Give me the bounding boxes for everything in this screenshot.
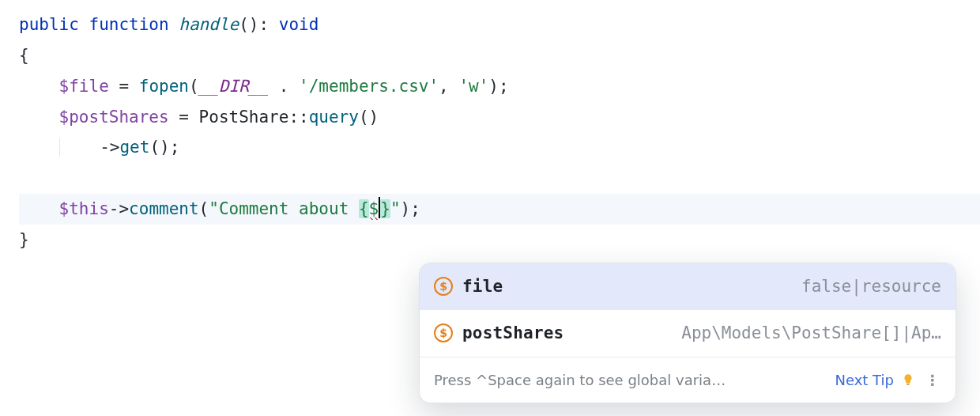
autocomplete-item-type: false|resource bbox=[801, 271, 941, 302]
interpolation-open: { bbox=[359, 199, 369, 218]
variable-icon: $ bbox=[434, 323, 453, 342]
autocomplete-popup: $ file false|resource $ postShares App\M… bbox=[419, 263, 956, 403]
string-literal: "Comment about bbox=[209, 199, 359, 218]
function-call: comment bbox=[129, 199, 199, 218]
magic-constant: __DIR__ bbox=[199, 77, 270, 96]
interpolation-dollar: $ bbox=[369, 199, 379, 220]
more-actions-icon[interactable]: ⋮ bbox=[922, 367, 944, 393]
code-line[interactable]: $file = fopen(__DIR__ . '/members.csv', … bbox=[19, 71, 980, 102]
function-call: query bbox=[309, 108, 359, 127]
bulb-icon[interactable] bbox=[900, 372, 916, 388]
next-tip-link[interactable]: Next Tip bbox=[835, 367, 894, 393]
code-line[interactable] bbox=[19, 163, 980, 194]
code-line[interactable]: ->get(); bbox=[19, 132, 980, 163]
autocomplete-item[interactable]: $ file false|resource bbox=[420, 263, 956, 310]
function-call: get bbox=[119, 138, 149, 157]
variable-icon: $ bbox=[434, 277, 453, 296]
paren: () bbox=[239, 15, 258, 34]
autocomplete-footer: Press ^Space again to see global varia… … bbox=[420, 357, 956, 403]
autocomplete-item[interactable]: $ postShares App\Models\PostShare[]|Ap… bbox=[420, 310, 956, 357]
keyword-function: function bbox=[89, 15, 169, 34]
string-literal: '/members.csv' bbox=[299, 77, 439, 96]
keyword-public: public bbox=[19, 15, 79, 34]
class-name: PostShare bbox=[199, 108, 289, 127]
code-editor[interactable]: public function handle(): void { $file =… bbox=[0, 0, 980, 255]
autocomplete-item-name: file bbox=[462, 271, 503, 302]
brace-close: } bbox=[19, 230, 29, 249]
code-line-active[interactable]: $this->comment("Comment about {$}"); bbox=[19, 194, 980, 225]
autocomplete-hint: Press ^Space again to see global varia… bbox=[434, 367, 828, 393]
code-line[interactable]: public function handle(): void bbox=[19, 9, 980, 40]
keyword-void: void bbox=[279, 15, 319, 34]
svg-rect-0 bbox=[906, 384, 910, 386]
code-line[interactable]: { bbox=[19, 40, 980, 71]
function-name: handle bbox=[179, 15, 239, 34]
code-line[interactable]: $postShares = PostShare::query() bbox=[19, 102, 980, 133]
autocomplete-item-type: App\Models\PostShare[]|Ap… bbox=[681, 318, 941, 349]
function-call: fopen bbox=[139, 77, 189, 96]
interpolation-close: } bbox=[380, 199, 390, 218]
brace-open: { bbox=[19, 46, 29, 65]
variable: $file bbox=[59, 77, 109, 96]
string-literal: 'w' bbox=[458, 77, 488, 96]
variable: $this bbox=[59, 199, 109, 218]
autocomplete-item-name: postShares bbox=[462, 318, 564, 349]
variable: $postShares bbox=[59, 108, 169, 127]
code-line[interactable]: } bbox=[19, 225, 980, 255]
